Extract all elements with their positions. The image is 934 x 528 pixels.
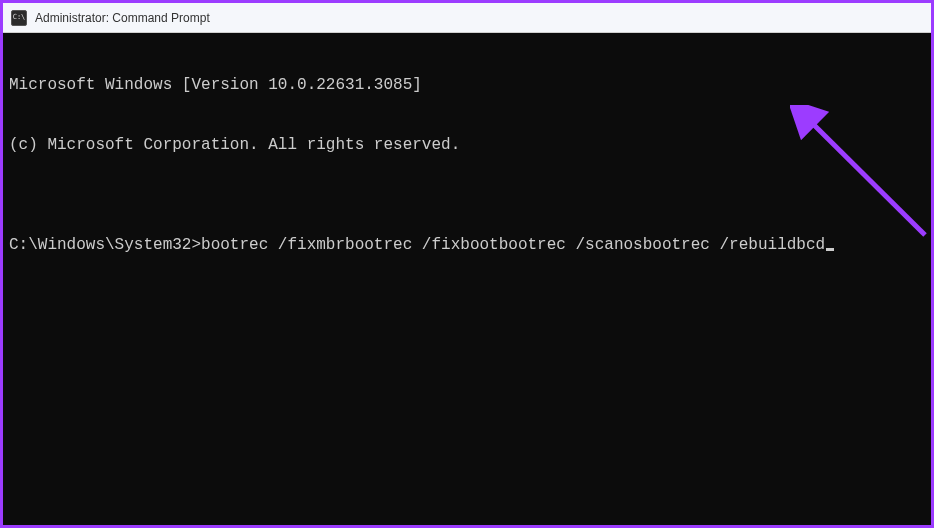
titlebar[interactable]: C:\ Administrator: Command Prompt bbox=[3, 3, 931, 33]
terminal-command: bootrec /fixmbrbootrec /fixbootbootrec /… bbox=[201, 236, 825, 254]
terminal-line-copyright: (c) Microsoft Corporation. All rights re… bbox=[9, 135, 925, 155]
terminal-line-version: Microsoft Windows [Version 10.0.22631.30… bbox=[9, 75, 925, 95]
window-title: Administrator: Command Prompt bbox=[35, 11, 210, 25]
cmd-icon: C:\ bbox=[11, 10, 27, 26]
terminal-prompt-line: C:\Windows\System32>bootrec /fixmbrbootr… bbox=[9, 235, 925, 255]
cursor-icon bbox=[826, 248, 834, 251]
command-prompt-window: C:\ Administrator: Command Prompt Micros… bbox=[3, 3, 931, 525]
terminal-area[interactable]: Microsoft Windows [Version 10.0.22631.30… bbox=[3, 33, 931, 525]
terminal-prompt: C:\Windows\System32> bbox=[9, 236, 201, 254]
